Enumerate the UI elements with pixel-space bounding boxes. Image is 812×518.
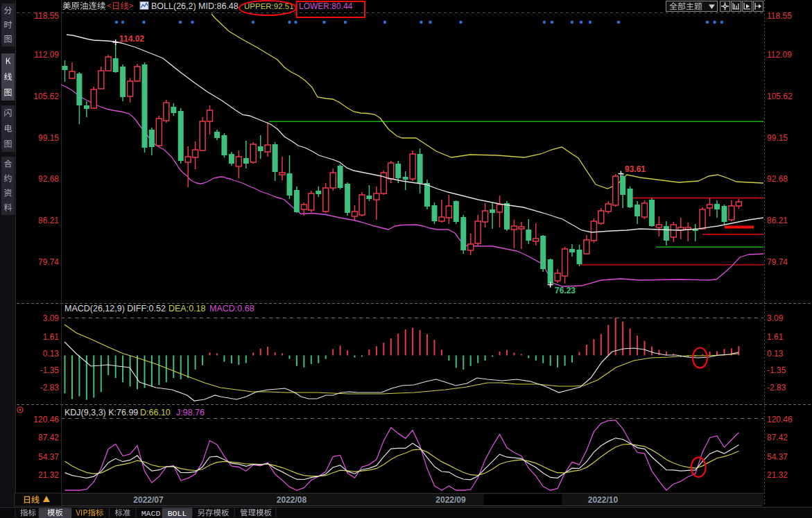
svg-text:120.46: 120.46 — [767, 415, 793, 424]
svg-text:-2.83: -2.83 — [767, 383, 786, 392]
svg-text:54.37: 54.37 — [38, 452, 59, 462]
svg-text:D:66.10: D:66.10 — [140, 408, 171, 417]
svg-text:2022/10: 2022/10 — [588, 495, 619, 505]
svg-text:99.15: 99.15 — [767, 133, 788, 143]
svg-text:87.42: 87.42 — [38, 433, 59, 442]
svg-text:92.68: 92.68 — [767, 174, 788, 184]
svg-text:21.32: 21.32 — [38, 470, 59, 480]
svg-text:-1.35: -1.35 — [767, 365, 786, 375]
svg-text:MACD: MACD — [141, 509, 161, 518]
svg-text:87.42: 87.42 — [767, 433, 788, 442]
svg-text:3.09: 3.09 — [43, 313, 60, 323]
svg-text:120.46: 120.46 — [33, 415, 59, 424]
svg-text:BOLL: BOLL — [168, 509, 187, 518]
svg-text:86.21: 86.21 — [38, 216, 59, 225]
svg-text:105.62: 105.62 — [33, 92, 59, 101]
svg-text:99.15: 99.15 — [38, 133, 59, 143]
svg-text:114.02: 114.02 — [119, 34, 144, 44]
svg-text:KDJ(9,3,3) K:76.99: KDJ(9,3,3) K:76.99 — [64, 408, 138, 417]
svg-text:79.74: 79.74 — [38, 257, 59, 267]
svg-text:112.09: 112.09 — [767, 50, 792, 60]
svg-text:118.55: 118.55 — [34, 11, 59, 21]
svg-text:76.23: 76.23 — [555, 286, 576, 295]
svg-text:21.32: 21.32 — [767, 470, 788, 480]
svg-text:2022/07: 2022/07 — [133, 495, 164, 505]
svg-text:93.61: 93.61 — [625, 164, 646, 174]
svg-text:2022/08: 2022/08 — [277, 495, 307, 505]
svg-text:DEA:0.18: DEA:0.18 — [169, 304, 206, 313]
svg-text:92.68: 92.68 — [38, 174, 59, 184]
svg-text:-1.35: -1.35 — [40, 365, 60, 375]
svg-text:MACD:0.68: MACD:0.68 — [209, 304, 254, 313]
svg-text:1.61: 1.61 — [43, 332, 60, 342]
svg-text:105.62: 105.62 — [767, 92, 793, 101]
svg-text:UPPER:92.51: UPPER:92.51 — [244, 2, 294, 10]
svg-text:J:98.76: J:98.76 — [176, 408, 205, 417]
svg-text:118.55: 118.55 — [767, 11, 792, 21]
svg-text:3.09: 3.09 — [767, 313, 784, 323]
svg-text:2022/09: 2022/09 — [435, 495, 466, 505]
svg-text:BOLL(26,2) MID:86.48: BOLL(26,2) MID:86.48 — [151, 1, 239, 11]
svg-text:54.37: 54.37 — [767, 452, 788, 462]
svg-text:MACD(26,12,9) DIFF:0.52: MACD(26,12,9) DIFF:0.52 — [64, 304, 166, 313]
svg-text:112.09: 112.09 — [34, 50, 59, 60]
svg-text:79.74: 79.74 — [767, 257, 788, 267]
svg-text:86.21: 86.21 — [767, 216, 788, 225]
svg-text:0.13: 0.13 — [767, 349, 784, 359]
svg-text:1.61: 1.61 — [767, 332, 784, 342]
svg-text:-2.83: -2.83 — [40, 383, 60, 392]
svg-text:0.13: 0.13 — [43, 349, 60, 359]
svg-text:LOWER:80.44: LOWER:80.44 — [299, 1, 353, 11]
